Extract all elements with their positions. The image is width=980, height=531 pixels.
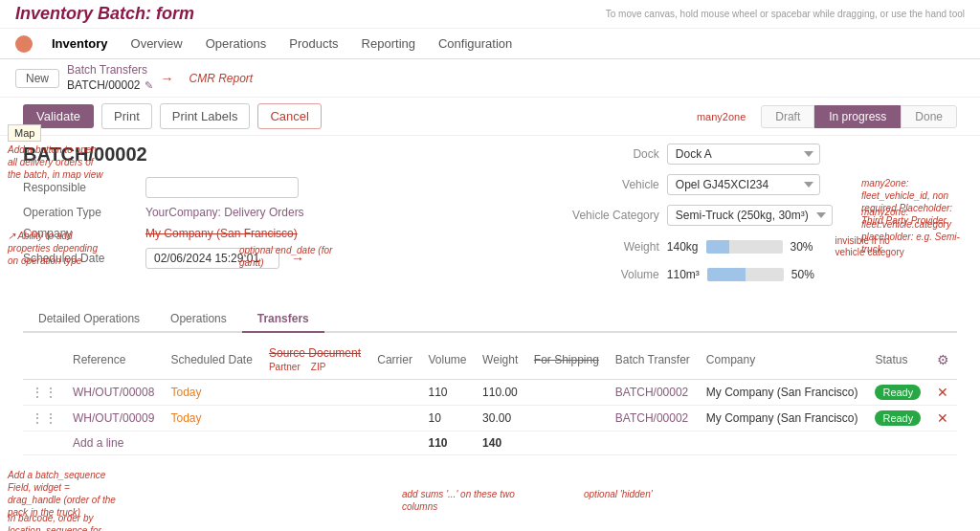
cancel-button[interactable]: Cancel bbox=[257, 103, 321, 129]
tab-detailed-operations[interactable]: Detailed Operations bbox=[23, 306, 155, 333]
form-section: BATCH/00002 Responsible Operation Type Y… bbox=[0, 136, 980, 299]
drag-handle-1[interactable]: ⋮⋮ bbox=[23, 380, 65, 406]
add-sums-annotation: add sums '...' on these two columns bbox=[402, 488, 517, 513]
volume-pct: 50% bbox=[791, 268, 825, 281]
col-for-shipping[interactable]: For Shipping bbox=[526, 341, 608, 380]
delete-button-2[interactable]: ✕ bbox=[937, 410, 948, 426]
sum-volume: 110 bbox=[420, 431, 475, 455]
for-shipping-2 bbox=[526, 406, 608, 431]
weight-progress-bar bbox=[706, 240, 783, 254]
delete-2: ✕ bbox=[929, 406, 957, 431]
nav-item-reporting[interactable]: Reporting bbox=[358, 34, 419, 53]
status-bar: Draft In progress Done bbox=[761, 105, 957, 128]
badge-ready-1: Ready bbox=[875, 385, 921, 400]
source-doc-2 bbox=[261, 406, 369, 431]
many2one-category-note: many2one: fleet.vehicle.category placeho… bbox=[861, 206, 976, 255]
col-carrier[interactable]: Carrier bbox=[369, 341, 420, 380]
many2one-status-label: many2one bbox=[697, 111, 746, 122]
barcode-note: In barcode, order by location, sequence … bbox=[8, 512, 122, 531]
top-annotation-bar: Inventory Batch: form To move canvas, ho… bbox=[0, 0, 980, 29]
ref-link-1[interactable]: WH/OUT/00008 bbox=[73, 386, 154, 399]
ability-annotation: ↗ Ability to add properties depending on… bbox=[8, 230, 103, 267]
weight-2: 30.00 bbox=[475, 406, 526, 431]
edit-icon[interactable]: ✎ bbox=[145, 78, 153, 92]
action-bar: Validate Print Print Labels Cancel many2… bbox=[0, 98, 980, 136]
operation-type-row: Operation Type YourCompany: Delivery Ord… bbox=[23, 206, 516, 219]
col-source-document[interactable]: Source Document Partner ZIP bbox=[261, 341, 369, 380]
nav-item-products[interactable]: Products bbox=[285, 34, 342, 53]
add-sums-note: add sums '...' on these two columns bbox=[402, 488, 517, 513]
col-company[interactable]: Company bbox=[699, 341, 868, 380]
status-in-progress[interactable]: In progress bbox=[814, 105, 901, 128]
cmr-report-label: CMR Report bbox=[189, 72, 254, 85]
add-line-link[interactable]: Add a line bbox=[73, 436, 123, 450]
hint-text: To move canvas, hold mouse wheel or spac… bbox=[606, 9, 965, 19]
volume-row: Volume 110m³ 50% bbox=[554, 268, 957, 281]
batch-link-1[interactable]: BATCH/00002 bbox=[615, 386, 688, 399]
col-weight[interactable]: Weight bbox=[475, 341, 526, 380]
col-batch-transfer[interactable]: Batch Transfer bbox=[608, 341, 699, 380]
nav-bar: Inventory Overview Operations Products R… bbox=[0, 29, 980, 59]
sum-weight: 140 bbox=[475, 431, 526, 455]
batch-transfer-1: BATCH/00002 bbox=[608, 380, 699, 406]
col-status[interactable]: Status bbox=[867, 341, 929, 380]
vehicle-category-select[interactable]: Semi-Truck (250kg, 30m³) bbox=[667, 205, 833, 226]
batch-link-2[interactable]: BATCH/00002 bbox=[615, 411, 688, 425]
map-label-box: Map bbox=[8, 124, 41, 142]
map-desc-note: Add a button to open all delivery orders… bbox=[8, 144, 103, 181]
weight-label: Weight bbox=[554, 240, 659, 254]
delete-button-1[interactable]: ✕ bbox=[937, 385, 948, 400]
operation-type-value[interactable]: YourCompany: Delivery Orders bbox=[145, 206, 304, 219]
optional-hidden-annotation: optional 'hidden' bbox=[584, 488, 653, 500]
volume-1: 110 bbox=[420, 380, 475, 406]
add-line-row: Add a line 110 140 bbox=[23, 431, 957, 455]
status-done[interactable]: Done bbox=[901, 105, 957, 128]
vehicle-select[interactable]: Opel GJ45XCI234 bbox=[667, 174, 820, 195]
end-date-note: optional end_date (for gantt) bbox=[239, 244, 345, 269]
carrier-1 bbox=[369, 380, 420, 406]
vehicle-value-wrapper: Opel GJ45XCI234 bbox=[667, 174, 820, 195]
ref-2: WH/OUT/00009 bbox=[65, 406, 163, 431]
end-date-annotation: optional end_date (for gantt) bbox=[239, 244, 345, 269]
tab-operations[interactable]: Operations bbox=[155, 306, 242, 333]
date-value-2: Today bbox=[170, 411, 201, 425]
col-volume[interactable]: Volume bbox=[420, 341, 475, 380]
dock-select[interactable]: Dock A bbox=[667, 144, 820, 165]
page-title-annotation: Inventory Batch: form bbox=[15, 4, 194, 24]
page-wrapper: Inventory Batch: form To move canvas, ho… bbox=[0, 0, 980, 531]
date-1: Today bbox=[163, 380, 261, 406]
breadcrumb-parent[interactable]: Batch Transfers bbox=[67, 63, 152, 78]
dock-value-wrapper: Dock A bbox=[667, 144, 820, 165]
table-row: ⋮⋮ WH/OUT/00009 Today 10 30.00 BATCH/000… bbox=[23, 406, 957, 431]
print-labels-button[interactable]: Print Labels bbox=[160, 103, 251, 129]
company-1: My Company (San Francisco) bbox=[699, 380, 868, 406]
table-row: ⋮⋮ WH/OUT/00008 Today 110 110.00 BATCH/0… bbox=[23, 380, 957, 406]
date-value-1: Today bbox=[170, 386, 201, 399]
volume-value: 110m³ bbox=[667, 268, 700, 281]
nav-item-configuration[interactable]: Configuration bbox=[434, 34, 516, 53]
map-annotation: Map Add a button to open all delivery or… bbox=[8, 124, 103, 181]
breadcrumb-current: BATCH/00002 ✎ bbox=[67, 78, 152, 94]
status-1: Ready bbox=[867, 380, 929, 406]
drag-handle-2[interactable]: ⋮⋮ bbox=[23, 406, 65, 431]
print-button[interactable]: Print bbox=[101, 103, 152, 129]
col-settings-icon[interactable]: ⚙ bbox=[937, 352, 949, 367]
col-reference[interactable]: Reference bbox=[65, 341, 163, 380]
weight-progress-fill bbox=[706, 240, 729, 254]
responsible-input[interactable] bbox=[145, 177, 299, 198]
nav-item-inventory[interactable]: Inventory bbox=[48, 34, 112, 53]
dock-label: Dock bbox=[554, 147, 659, 161]
col-actions: ⚙ bbox=[929, 341, 957, 380]
status-draft[interactable]: Draft bbox=[761, 105, 814, 128]
vehicle-category-label: Vehicle Category bbox=[554, 209, 659, 222]
nav-item-overview[interactable]: Overview bbox=[127, 34, 187, 53]
ref-link-2[interactable]: WH/OUT/00009 bbox=[73, 411, 154, 425]
tab-transfers[interactable]: Transfers bbox=[242, 306, 324, 333]
new-button[interactable]: New bbox=[15, 69, 59, 88]
status-2: Ready bbox=[867, 406, 929, 431]
nav-item-operations[interactable]: Operations bbox=[202, 34, 271, 53]
col-scheduled-date[interactable]: Scheduled Date bbox=[163, 341, 261, 380]
operation-type-label: Operation Type bbox=[23, 206, 138, 219]
many2one-category-annotation: many2one: fleet.vehicle.category placeho… bbox=[861, 206, 976, 255]
col-handle bbox=[23, 341, 65, 380]
